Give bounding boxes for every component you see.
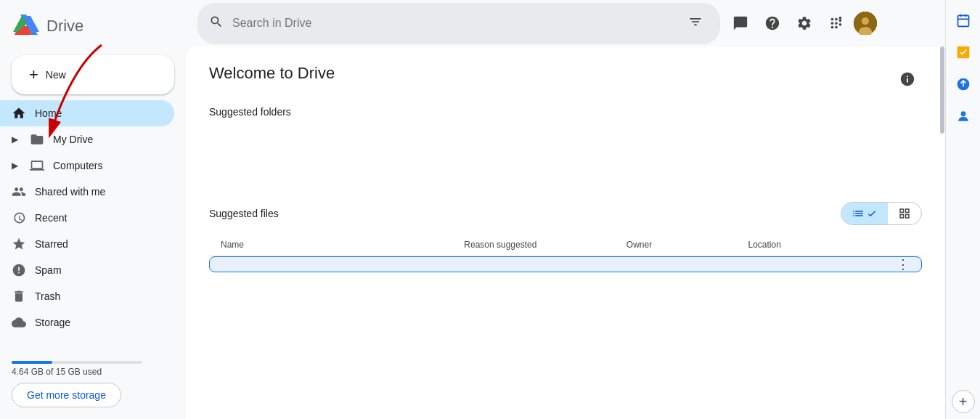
storage-bar-fill [12,361,52,364]
get-more-storage-button[interactable]: Get more storage [12,383,121,407]
add-app-button[interactable]: + [952,390,975,413]
svg-rect-9 [957,15,968,26]
contacts-icon[interactable] [949,102,978,131]
suggested-folders-area [209,126,922,184]
sidebar: Drive + New Home ▶ My Drive ▶ Compu [0,0,186,419]
clock-icon [12,211,26,225]
sidebar-item-recent[interactable]: Recent [0,205,174,231]
right-panel: + [945,0,980,419]
col-name-header: Name [221,240,464,250]
sidebar-trash-label: Trash [35,290,60,302]
settings-button[interactable] [790,9,819,38]
sidebar-item-home[interactable]: Home [0,100,174,126]
cloud-icon [12,315,26,330]
storage-text: 4.64 GB of 15 GB used [12,367,174,377]
grid-view-button[interactable] [888,203,921,224]
suggested-folders-title: Suggested folders [209,106,922,118]
search-box[interactable] [197,3,720,44]
keep-icon[interactable] [949,70,978,99]
info-button[interactable] [893,65,922,94]
sidebar-item-starred[interactable]: Starred [0,231,174,257]
plus-icon: + [29,65,38,84]
view-toggle [841,202,922,225]
expand-arrow-icon: ▶ [12,160,18,171]
feedback-button[interactable] [726,9,755,38]
apps-button[interactable] [822,9,851,38]
app-name: Drive [46,17,83,36]
people-icon [12,184,26,199]
computer-icon [30,158,44,173]
sidebar-my-drive-label: My Drive [53,134,93,145]
main-content: Welcome to Drive Suggested folders Sugge… [186,46,945,419]
sidebar-item-storage[interactable]: Storage [0,309,174,335]
expand-arrow-icon: ▶ [12,134,18,145]
search-icon [209,15,224,33]
search-input[interactable] [232,17,674,30]
sidebar-spam-label: Spam [35,264,62,276]
help-button[interactable] [758,9,787,38]
sidebar-shared-label: Shared with me [35,186,105,198]
sidebar-storage-label: Storage [35,317,70,328]
scrollbar-thumb[interactable] [940,46,944,134]
welcome-title: Welcome to Drive [209,64,335,83]
topbar-right [726,9,877,38]
suggested-files-header: Suggested files [209,202,922,225]
sidebar-item-my-drive[interactable]: ▶ My Drive [0,126,174,152]
row-actions-button[interactable]: ⋮ [897,256,910,272]
svg-point-7 [862,17,869,25]
sidebar-starred-label: Starred [35,238,68,250]
search-filter-button[interactable] [682,9,709,38]
plus-icon: + [959,394,968,410]
sidebar-item-computers[interactable]: ▶ Computers [0,152,174,179]
suggested-files-title: Suggested files [209,208,279,219]
sidebar-computers-label: Computers [53,160,102,171]
scrollbar-track [939,46,945,419]
sidebar-item-trash[interactable]: Trash [0,283,174,309]
drive-logo-icon [12,12,41,41]
trash-icon [12,289,26,304]
storage-section: 4.64 GB of 15 GB used Get more storage [0,349,186,413]
files-table: Name Reason suggested Owner Location ⋮ [209,234,922,272]
storage-bar [12,361,142,364]
sidebar-item-spam[interactable]: Spam [0,257,174,283]
star-icon [12,237,26,251]
sidebar-recent-label: Recent [35,212,67,224]
svg-point-15 [960,111,965,116]
home-icon [12,106,26,121]
calendar-icon[interactable] [949,6,978,35]
avatar[interactable] [854,12,877,35]
topbar [186,0,945,46]
col-reason-header: Reason suggested [464,240,626,250]
list-view-button[interactable] [841,203,888,224]
table-row[interactable]: ⋮ [209,256,922,272]
col-location-header: Location [748,240,910,250]
col-owner-header: Owner [626,240,748,250]
new-button[interactable]: + New [12,55,174,94]
sidebar-item-shared[interactable]: Shared with me [0,179,174,205]
new-button-label: New [46,69,66,81]
table-header: Name Reason suggested Owner Location [209,234,922,256]
sidebar-home-label: Home [35,107,62,119]
spam-icon [12,263,26,277]
tasks-icon[interactable] [949,38,978,67]
app-logo-header: Drive [0,6,186,52]
folder-icon [30,132,44,147]
